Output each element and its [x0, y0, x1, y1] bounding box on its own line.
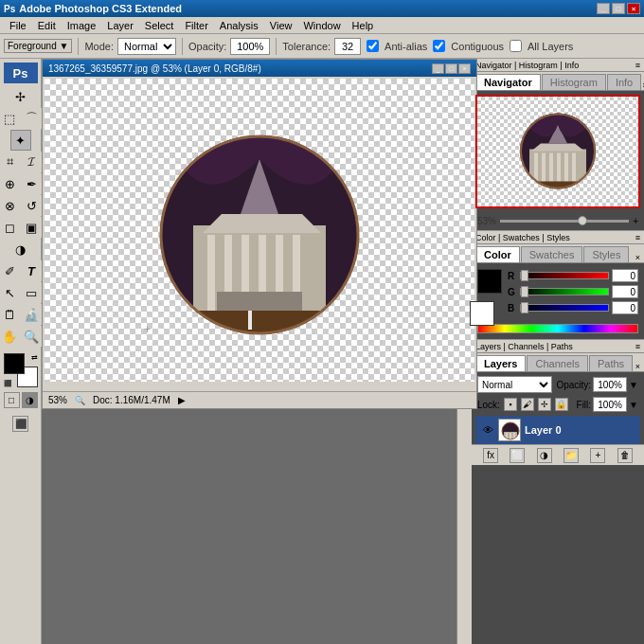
standard-mode-btn[interactable]: □ [4, 392, 20, 408]
layer-mask-btn[interactable]: ⬜ [510, 448, 525, 463]
bg-color-swatch[interactable] [470, 301, 494, 326]
notes-tool[interactable]: 🗒 [0, 304, 20, 325]
type-tool[interactable]: T [21, 260, 42, 281]
anti-alias-checkbox[interactable] [367, 40, 379, 52]
eraser-tool[interactable]: ◻ [0, 217, 20, 238]
contiguous-checkbox[interactable] [433, 40, 445, 52]
path-select-tool[interactable]: ↖ [0, 282, 20, 303]
color-panel-close[interactable]: × [635, 253, 640, 262]
menu-analysis[interactable]: Analysis [214, 19, 264, 32]
gradient-tool[interactable]: ▣ [21, 217, 42, 238]
canvas-close-btn[interactable]: × [458, 63, 471, 74]
clone-tool[interactable]: ⊗ [0, 195, 20, 216]
tab-info[interactable]: Info [607, 74, 641, 90]
magic-wand-tool[interactable]: ✦ [10, 130, 31, 151]
opacity-input[interactable] [230, 38, 270, 55]
hand-tool[interactable]: ✋ [0, 326, 20, 347]
pen-tool[interactable]: ✐ [0, 260, 20, 281]
fg-color-swatch[interactable] [477, 269, 502, 294]
tab-color[interactable]: Color [475, 246, 520, 262]
status-arrow[interactable]: ▶ [178, 395, 186, 405]
tab-histogram[interactable]: Histogram [542, 74, 606, 90]
menu-layer[interactable]: Layer [101, 19, 139, 32]
blue-value[interactable] [612, 301, 638, 314]
green-slider-handle[interactable] [521, 286, 528, 297]
marquee-tool[interactable]: ⬚ [0, 108, 20, 129]
opacity-input[interactable] [593, 377, 627, 392]
fill-input[interactable] [593, 397, 627, 412]
eyedropper-tool2[interactable]: 🔬 [21, 304, 42, 325]
menu-filter[interactable]: Filter [179, 19, 213, 32]
opacity-dropdown[interactable]: ▼ [629, 380, 638, 390]
fill-dropdown[interactable]: ▼ [629, 400, 638, 410]
blue-slider-handle[interactable] [521, 302, 528, 313]
blue-slider[interactable] [520, 304, 609, 312]
tab-swatches[interactable]: Swatches [521, 246, 583, 262]
foreground-color-swatch[interactable] [4, 353, 25, 374]
default-colors-icon[interactable]: ⬛ [4, 380, 12, 387]
color-panel-menu[interactable]: ≡ [635, 233, 640, 242]
minimize-button[interactable]: _ [597, 3, 610, 14]
canvas-minimize-btn[interactable]: _ [432, 63, 444, 74]
crop-tool[interactable]: ⌗ [0, 152, 20, 172]
menu-file[interactable]: File [4, 19, 32, 32]
delete-layer-btn[interactable]: 🗑 [617, 448, 633, 463]
move-tool[interactable]: ✢ [10, 86, 31, 107]
spectrum-bar[interactable] [477, 324, 638, 333]
lock-paint-icon[interactable]: 🖌 [521, 398, 534, 411]
menu-view[interactable]: View [264, 19, 298, 32]
blend-mode-select[interactable]: Normal [477, 376, 552, 393]
tab-navigator[interactable]: Navigator [475, 74, 541, 90]
tab-layers[interactable]: Layers [475, 355, 526, 371]
menu-image[interactable]: Image [62, 19, 102, 32]
menu-window[interactable]: Window [297, 19, 346, 32]
zoom-in-icon[interactable]: + [633, 216, 638, 226]
panel-collapse-icon[interactable]: ≡ [635, 61, 640, 70]
canvas-titlebar: 1367265_36359577.jpg @ 53% (Layer 0, RGB… [43, 60, 476, 77]
tool-preset-picker[interactable]: Foreground ▼ [4, 39, 72, 53]
shape-tool[interactable]: ▭ [21, 282, 42, 303]
tab-styles[interactable]: Styles [583, 246, 629, 262]
layer-visibility-icon[interactable]: 👁 [481, 423, 494, 437]
green-value[interactable] [612, 285, 638, 298]
menu-edit[interactable]: Edit [32, 19, 62, 32]
lock-move-icon[interactable]: ✢ [538, 398, 551, 411]
quick-mask-btn[interactable]: ◑ [22, 392, 38, 408]
mode-select[interactable]: Normal [117, 38, 176, 55]
canvas-content[interactable]: + [45, 79, 474, 382]
dodge-tool[interactable]: ◑ [10, 239, 31, 259]
tab-channels[interactable]: Channels [527, 355, 587, 371]
lock-all-icon[interactable]: 🔒 [555, 398, 568, 411]
eyedropper-tool[interactable]: 𝓘 [21, 152, 42, 172]
swap-colors-icon[interactable]: ⇄ [31, 353, 38, 362]
red-slider[interactable] [520, 272, 609, 279]
green-slider[interactable] [520, 288, 609, 295]
normal-screen-btn[interactable]: ⬛ [12, 416, 28, 432]
layers-close-btn[interactable]: × [635, 362, 640, 371]
zoom-handle[interactable] [578, 216, 587, 225]
canvas-maximize-btn[interactable]: □ [445, 63, 457, 74]
tab-paths[interactable]: Paths [589, 355, 633, 371]
adjustment-layer-btn[interactable]: ◑ [537, 448, 552, 463]
new-group-btn[interactable]: 📁 [564, 448, 579, 463]
red-slider-handle[interactable] [521, 270, 528, 281]
lock-transparent-icon[interactable]: ▪ [504, 398, 517, 411]
history-brush-tool[interactable]: ↺ [21, 195, 42, 216]
layers-panel-menu[interactable]: ≡ [635, 342, 640, 351]
brush-tool[interactable]: ✒ [21, 173, 42, 194]
healing-tool[interactable]: ⊕ [0, 173, 20, 194]
menu-select[interactable]: Select [139, 19, 180, 32]
close-button[interactable]: × [627, 3, 640, 14]
new-layer-btn[interactable]: + [590, 448, 605, 463]
zoom-tool[interactable]: 🔍 [21, 326, 42, 347]
zoom-icon[interactable]: 🔍 [75, 396, 85, 405]
maximize-button[interactable]: □ [612, 3, 625, 14]
menu-help[interactable]: Help [347, 19, 380, 32]
layer-item-0[interactable]: 👁 [475, 416, 640, 444]
lasso-tool[interactable]: ⌒ [21, 108, 42, 129]
zoom-slider[interactable] [500, 220, 629, 223]
all-layers-checkbox[interactable] [510, 40, 522, 52]
layer-style-btn[interactable]: fx [483, 448, 498, 463]
red-value[interactable] [612, 269, 638, 282]
tolerance-input[interactable] [334, 38, 361, 55]
